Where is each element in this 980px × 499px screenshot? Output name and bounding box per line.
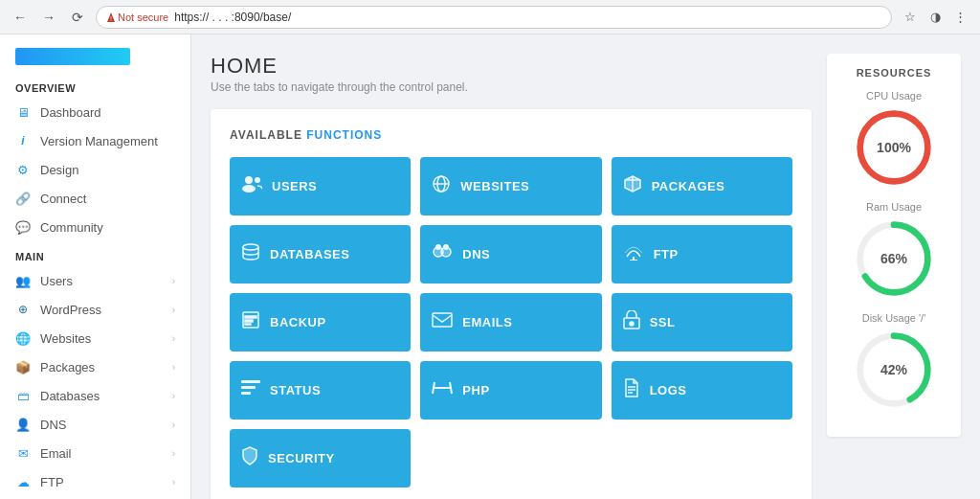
sidebar-item-ftp[interactable]: ☁ FTP › xyxy=(0,467,190,496)
design-icon: ⚙ xyxy=(15,162,31,177)
backup-button[interactable]: BACKUP xyxy=(230,293,411,352)
packages-btn-icon xyxy=(623,174,642,198)
functions-header: AVAILABLE FUNCTIONS xyxy=(230,128,792,142)
ftp-arrow-icon: › xyxy=(172,477,175,488)
websites-btn-icon xyxy=(432,174,451,198)
status-button[interactable]: STATUS xyxy=(230,361,411,420)
security-btn-icon xyxy=(241,446,258,470)
backup-btn-icon xyxy=(241,310,260,334)
users-arrow-icon: › xyxy=(172,276,175,286)
sidebar-item-email[interactable]: ✉ Email › xyxy=(0,439,190,467)
resources-panel: RESOURCES CPU Usage 100% Ram Usage xyxy=(827,54,961,480)
svg-text:!: ! xyxy=(110,15,112,22)
browser-chrome: ← → ⟳ ! Not secure https:// . . . :8090/… xyxy=(0,0,980,34)
wordpress-icon: ⊕ xyxy=(15,302,31,317)
resources-title: RESOURCES xyxy=(840,67,947,79)
menu-icon[interactable]: ⋮ xyxy=(949,7,970,28)
ftp-sidebar-icon: ☁ xyxy=(15,474,31,489)
svg-rect-18 xyxy=(245,316,256,318)
databases-arrow-icon: › xyxy=(172,391,175,401)
sidebar-item-databases[interactable]: 🗃 Databases › xyxy=(0,381,190,410)
sidebar-item-packages[interactable]: 📦 Packages › xyxy=(0,352,190,381)
disk-usage-item: Disk Usage '/' 42% xyxy=(840,312,947,408)
svg-point-10 xyxy=(243,244,258,250)
bookmark-icon[interactable]: ☆ xyxy=(900,7,921,28)
databases-button[interactable]: DATABASES xyxy=(230,225,411,284)
sidebar-label-design: Design xyxy=(40,163,175,177)
dns-sidebar-icon: 👤 xyxy=(15,417,31,432)
version-icon: i xyxy=(15,133,31,148)
ftp-btn-icon xyxy=(623,243,644,265)
packages-arrow-icon: › xyxy=(172,362,175,373)
sidebar-label-websites: Websites xyxy=(40,331,163,346)
forward-button[interactable]: → xyxy=(38,7,59,28)
browser-toolbar-icons: ☆ ◑ ⋮ xyxy=(900,7,970,28)
functions-card: AVAILABLE FUNCTIONS USERS WEBSITES xyxy=(211,109,812,499)
sidebar-item-connect[interactable]: 🔗 Connect xyxy=(0,184,190,213)
status-btn-icon xyxy=(241,380,260,400)
connect-icon: 🔗 xyxy=(15,191,31,206)
cpu-donut: 100% xyxy=(856,109,932,186)
ram-usage-item: Ram Usage 66% xyxy=(840,201,947,297)
websites-arrow-icon: › xyxy=(172,333,175,344)
ram-value: 66% xyxy=(880,251,907,266)
svg-rect-21 xyxy=(433,313,452,327)
svg-rect-19 xyxy=(245,320,253,322)
sidebar-item-wordpress[interactable]: ⊕ WordPress › xyxy=(0,295,190,324)
sidebar-item-dashboard[interactable]: 🖥 Dashboard xyxy=(0,98,190,126)
svg-point-14 xyxy=(443,244,449,250)
overview-section-label: OVERVIEW xyxy=(0,73,190,98)
sidebar-label-connect: Connect xyxy=(40,192,175,206)
content-area: HOME Use the tabs to navigate through th… xyxy=(191,34,980,499)
php-button[interactable]: PHP xyxy=(420,361,601,420)
sidebar-item-users[interactable]: 👥 Users › xyxy=(0,266,190,295)
packages-button[interactable]: PACKAGES xyxy=(612,157,792,215)
databases-btn-icon xyxy=(241,242,260,266)
svg-point-23 xyxy=(630,322,634,326)
svg-point-3 xyxy=(242,185,256,193)
sidebar-logo xyxy=(0,34,190,73)
security-warning: ! Not secure xyxy=(106,11,168,23)
functions-grid: USERS WEBSITES PACKAGES xyxy=(230,157,792,488)
sidebar-label-users: Users xyxy=(40,274,163,288)
app-body: OVERVIEW 🖥 Dashboard i Version Managemen… xyxy=(0,34,980,499)
logs-button[interactable]: LOGS xyxy=(612,361,792,420)
main-section-label: MAIN xyxy=(0,241,190,266)
security-button[interactable]: SECURITY xyxy=(230,429,411,488)
url-bar[interactable]: ! Not secure https:// . . . :8090/base/ xyxy=(96,6,892,29)
sidebar-label-packages: Packages xyxy=(40,360,163,374)
websites-button[interactable]: WEBSITES xyxy=(420,157,601,215)
reload-button[interactable]: ⟳ xyxy=(67,7,88,28)
dns-button[interactable]: DNS xyxy=(420,225,601,284)
sidebar-item-version-management[interactable]: i Version Management xyxy=(0,126,190,155)
sidebar-item-websites[interactable]: 🌐 Websites › xyxy=(0,324,190,352)
disk-donut: 42% xyxy=(856,331,932,408)
sidebar-label-dashboard: Dashboard xyxy=(40,105,175,120)
sidebar-item-dns[interactable]: 👤 DNS › xyxy=(0,410,190,439)
sidebar-item-community[interactable]: 💬 Community xyxy=(0,213,190,241)
ssl-btn-icon xyxy=(623,310,640,334)
svg-point-4 xyxy=(255,177,260,183)
cpu-value: 100% xyxy=(877,140,911,155)
websites-sidebar-icon: 🌐 xyxy=(15,330,31,346)
emails-button[interactable]: EMAILS xyxy=(420,293,601,352)
packages-sidebar-icon: 📦 xyxy=(15,359,31,374)
ftp-button[interactable]: FTP xyxy=(612,225,792,284)
logo-bar xyxy=(15,48,130,65)
svg-rect-26 xyxy=(241,392,251,395)
emails-btn-icon xyxy=(432,312,453,332)
cpu-usage-item: CPU Usage 100% xyxy=(840,90,947,186)
sidebar-label-databases: Databases xyxy=(40,389,163,403)
ram-label: Ram Usage xyxy=(866,201,922,213)
ram-donut: 66% xyxy=(856,220,932,297)
users-button[interactable]: USERS xyxy=(230,157,411,215)
sidebar-item-design[interactable]: ⚙ Design xyxy=(0,155,190,184)
sidebar-label-dns: DNS xyxy=(40,418,163,432)
dns-arrow-icon: › xyxy=(172,420,175,430)
back-button[interactable]: ← xyxy=(10,7,31,28)
ssl-button[interactable]: SSL xyxy=(612,293,792,352)
dns-btn-icon xyxy=(432,243,453,265)
logs-btn-icon xyxy=(623,378,640,402)
extensions-icon[interactable]: ◑ xyxy=(924,7,946,28)
email-arrow-icon: › xyxy=(172,448,175,459)
